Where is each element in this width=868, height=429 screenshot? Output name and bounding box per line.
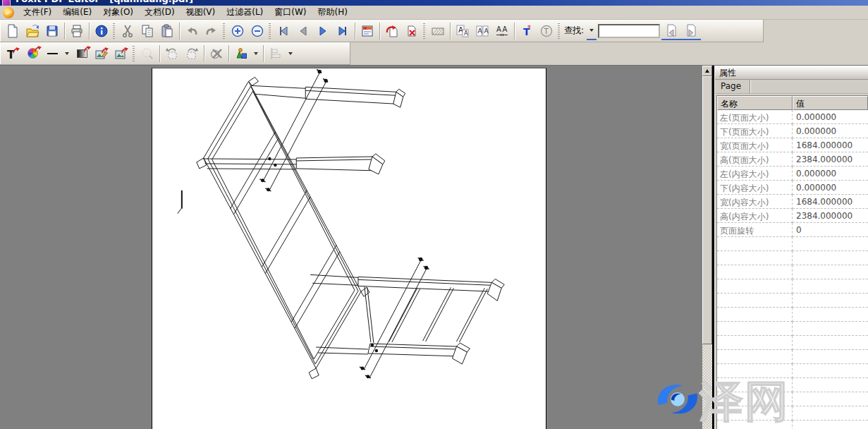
column-header-name[interactable]: 名称 (717, 96, 793, 110)
window-title: Foxit PDF Editor - [qianhuang.pdf] (16, 0, 193, 4)
table-row[interactable]: 宽(内容大小)1684.000000 (717, 195, 868, 209)
table-row-empty (717, 406, 868, 421)
insert-text-button[interactable] (517, 22, 537, 40)
previous-page-button[interactable] (293, 22, 313, 40)
menu-document[interactable]: 文档(D) (139, 5, 181, 20)
clone-object-button[interactable] (137, 44, 157, 63)
add-color-button[interactable] (23, 44, 42, 63)
table-row-empty (717, 237, 868, 251)
scroll-up-button[interactable] (702, 66, 712, 76)
menu-view[interactable]: 视图(V) (181, 5, 221, 20)
properties-panel: 属性 Page 名称 值 左(页面大小)0.000000 下(页面大小)0.00… (714, 66, 868, 429)
main-area: 属性 Page 名称 值 左(页面大小)0.000000 下(页面大小)0.00… (0, 65, 868, 429)
toolbar-separator (450, 23, 451, 40)
isometric-frame-drawing (152, 68, 546, 429)
find-input[interactable] (598, 24, 660, 38)
toolbar-separator (263, 45, 264, 62)
shape-dropdown[interactable] (251, 44, 261, 63)
scrollbar-thumb[interactable] (702, 76, 712, 344)
add-text-button[interactable] (3, 44, 23, 63)
table-row[interactable]: 下(页面大小)0.000000 (717, 124, 868, 138)
toolbar-separator (89, 23, 90, 40)
table-row-empty (717, 378, 868, 392)
table-row-empty (717, 350, 868, 364)
first-page-button[interactable] (274, 22, 293, 40)
table-row[interactable]: 左(页面大小)0.000000 (717, 110, 868, 124)
paste-button[interactable] (157, 22, 177, 40)
column-header-value[interactable]: 值 (793, 96, 868, 110)
add-shading-button[interactable] (72, 44, 92, 63)
zoom-in-button[interactable] (228, 22, 247, 40)
find-label: 查找: (563, 25, 587, 37)
last-page-button[interactable] (333, 22, 353, 40)
line-icon (47, 53, 58, 54)
menu-object[interactable]: 对象(O) (97, 5, 139, 20)
menu-help[interactable]: 帮助(H) (312, 5, 353, 20)
find-options-dropdown[interactable] (587, 22, 597, 40)
toolbar-separator (64, 23, 65, 40)
toolbar-separator (228, 45, 229, 62)
vertical-scrollbar[interactable] (702, 66, 712, 429)
insert-page-button[interactable] (382, 22, 402, 40)
panel-tabs: Page (715, 80, 868, 94)
next-page-button[interactable] (313, 22, 333, 40)
add-shape-button[interactable] (231, 44, 251, 63)
open-button[interactable] (23, 22, 42, 40)
document-canvas[interactable] (0, 66, 702, 429)
pdf-page[interactable] (152, 68, 546, 429)
rotate-object-right-button[interactable] (182, 44, 202, 63)
table-row-empty (717, 421, 868, 429)
align-dropdown[interactable] (286, 44, 295, 63)
toolbar-grip (113, 23, 115, 39)
table-row-empty (717, 294, 868, 308)
text-orientation-button[interactable] (537, 22, 556, 40)
align-objects-button[interactable] (266, 44, 286, 63)
edit-area-button[interactable] (428, 22, 448, 40)
redo-button[interactable] (202, 22, 221, 40)
char-spacing-button[interactable] (492, 22, 512, 40)
delete-page-button[interactable] (402, 22, 422, 40)
table-row[interactable]: 高(页面大小)2384.000000 (717, 152, 868, 167)
menu-window[interactable]: 窗口(W) (269, 5, 312, 20)
font-size-button[interactable] (472, 22, 492, 40)
table-row-empty (717, 251, 868, 265)
zoom-out-button[interactable] (247, 22, 267, 40)
menu-filter[interactable]: 过滤器(L) (221, 5, 269, 20)
menu-edit[interactable]: 编辑(E) (57, 5, 97, 20)
line-style-dropdown[interactable] (62, 44, 72, 63)
add-line-button[interactable] (42, 44, 62, 63)
table-row-empty (717, 336, 868, 350)
chevron-down-icon (65, 52, 69, 55)
replace-font-button[interactable] (453, 22, 472, 40)
app-window-icon (2, 0, 11, 6)
find-previous-page-button[interactable] (661, 22, 681, 40)
table-row[interactable]: 页面旋转0 (717, 223, 868, 237)
table-row[interactable]: 下(内容大小)0.000000 (717, 181, 868, 195)
table-row[interactable]: 高(内容大小)2384.000000 (717, 209, 868, 223)
table-row-empty (717, 322, 868, 336)
app-icon (3, 7, 14, 18)
undo-button[interactable] (182, 22, 202, 40)
arrow-up-icon (705, 69, 709, 73)
toolbar-grip (423, 23, 425, 39)
toolbar-separator (379, 23, 380, 40)
menu-file[interactable]: 文件(F) (18, 5, 57, 20)
rotate-object-left-button[interactable] (162, 44, 182, 63)
add-image-button[interactable] (111, 44, 131, 63)
new-document-button[interactable] (3, 22, 23, 40)
save-button[interactable] (42, 22, 62, 40)
print-button[interactable] (67, 22, 87, 40)
cut-button[interactable] (118, 22, 137, 40)
tab-page[interactable]: Page (715, 80, 750, 93)
table-row[interactable]: 宽(页面大小)1684.000000 (717, 138, 868, 152)
find-next-page-button[interactable] (681, 22, 701, 40)
toolbar-separator (514, 23, 515, 40)
delete-object-button[interactable] (207, 44, 226, 63)
application-window: Foxit PDF Editor - [qianhuang.pdf] 文件(F)… (0, 0, 868, 429)
table-row-empty (717, 364, 868, 378)
page-setup-button[interactable] (357, 22, 377, 40)
copy-button[interactable] (137, 22, 157, 40)
edit-image-button[interactable] (92, 44, 111, 63)
table-row[interactable]: 左(内容大小)0.000000 (717, 167, 868, 181)
document-info-button[interactable] (92, 22, 111, 40)
